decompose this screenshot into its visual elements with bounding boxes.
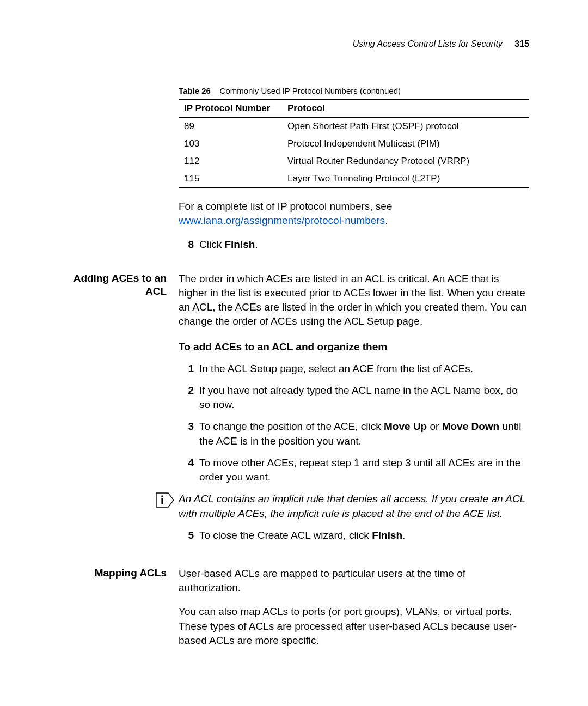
- svg-rect-2: [161, 498, 163, 504]
- table-header-row: IP Protocol Number Protocol: [179, 99, 529, 118]
- page-number: 315: [514, 39, 529, 48]
- step-body: If you have not already typed the ACL na…: [199, 384, 529, 412]
- post-link-text: .: [385, 215, 388, 226]
- mapping-p2: You can also map ACLs to ports (or port …: [179, 605, 529, 648]
- col-ip-number: IP Protocol Number: [179, 99, 282, 118]
- section-heading-mapping-acls: Mapping ACLs: [59, 567, 179, 658]
- col-protocol: Protocol: [282, 99, 529, 118]
- step-body: To move other ACEs, repeat step 1 and st…: [199, 456, 529, 484]
- header-title: Using Access Control Lists for Security: [353, 39, 503, 48]
- step-number: 3: [179, 419, 194, 448]
- step-body: To change the position of the ACE, click…: [199, 419, 529, 448]
- svg-point-1: [161, 495, 163, 497]
- cell-num: 112: [179, 153, 282, 170]
- intro-paragraph: The order in which ACEs are listed in an…: [179, 272, 529, 329]
- table-caption: Table 26 Commonly Used IP Protocol Numbe…: [179, 86, 529, 95]
- step-number: 2: [179, 384, 194, 412]
- note-text: An ACL contains an implicit rule that de…: [179, 492, 529, 520]
- table-row: 103 Protocol Independent Multicast (PIM): [179, 135, 529, 153]
- cell-proto: Layer Two Tunneling Protocol (L2TP): [282, 170, 529, 188]
- cell-num: 103: [179, 135, 282, 153]
- cell-num: 115: [179, 170, 282, 188]
- step-body: In the ACL Setup page, select an ACE fro…: [199, 362, 529, 376]
- step-body: Click Finish.: [199, 238, 529, 252]
- table-row: 112 Virtual Router Redundancy Protocol (…: [179, 153, 529, 170]
- table-label: Table 26: [179, 86, 211, 95]
- svg-marker-0: [156, 493, 174, 507]
- step-3: 3 To change the position of the ACE, cli…: [179, 419, 529, 448]
- subheading-add-aces: To add ACEs to an ACL and organize them: [179, 340, 529, 354]
- pre-link-text: For a complete list of IP protocol numbe…: [179, 200, 393, 212]
- step-number: 1: [179, 362, 194, 376]
- step-number: 8: [179, 238, 194, 252]
- protocol-table: IP Protocol Number Protocol 89 Open Shor…: [179, 99, 529, 188]
- table-caption-text: Commonly Used IP Protocol Numbers (conti…: [220, 86, 401, 95]
- table-row: 89 Open Shortest Path First (OSPF) proto…: [179, 118, 529, 136]
- step-number: 5: [179, 528, 194, 543]
- step-5: 5 To close the Create ACL wizard, click …: [179, 528, 529, 543]
- step-number: 4: [179, 456, 194, 484]
- mapping-p1: User-based ACLs are mapped to particular…: [179, 567, 529, 595]
- cell-proto: Virtual Router Redundancy Protocol (VRRP…: [282, 153, 529, 170]
- info-icon: [155, 492, 176, 508]
- step-8: 8 Click Finish.: [179, 238, 529, 252]
- cell-proto: Open Shortest Path First (OSPF) protocol: [282, 118, 529, 136]
- step-1: 1 In the ACL Setup page, select an ACE f…: [179, 362, 529, 376]
- link-paragraph: For a complete list of IP protocol numbe…: [179, 199, 529, 228]
- info-note: An ACL contains an implicit rule that de…: [179, 492, 529, 520]
- step-4: 4 To move other ACEs, repeat step 1 and …: [179, 456, 529, 484]
- cell-num: 89: [179, 118, 282, 136]
- iana-link[interactable]: www.iana.org/assignments/protocol-number…: [179, 215, 385, 226]
- running-header: Using Access Control Lists for Security …: [59, 39, 529, 49]
- step-body: To close the Create ACL wizard, click Fi…: [199, 528, 529, 543]
- cell-proto: Protocol Independent Multicast (PIM): [282, 135, 529, 153]
- step-2: 2 If you have not already typed the ACL …: [179, 384, 529, 412]
- table-row: 115 Layer Two Tunneling Protocol (L2TP): [179, 170, 529, 188]
